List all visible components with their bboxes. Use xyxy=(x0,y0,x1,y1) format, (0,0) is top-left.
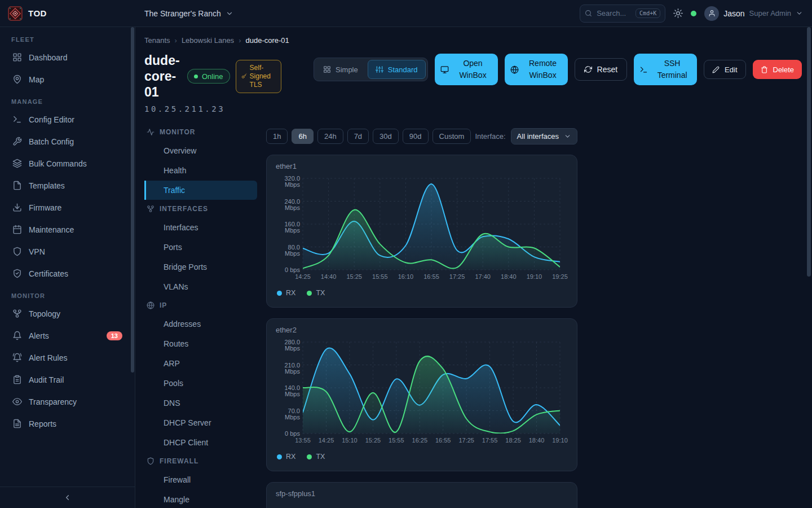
user-avatar-icon xyxy=(704,6,719,21)
view-mode-standard[interactable]: Standard xyxy=(368,60,426,79)
svg-text:15:25: 15:25 xyxy=(346,273,362,280)
legend-dot-icon xyxy=(277,291,282,296)
ssh-terminal-label: SSH Terminal xyxy=(653,58,691,81)
page-title: dude-core-01 xyxy=(144,52,182,100)
sidebar-item-firmware[interactable]: Firmware xyxy=(7,196,128,218)
edit-label: Edit xyxy=(725,65,737,74)
sidebar-item-bulk-commands[interactable]: Bulk Commands xyxy=(7,152,128,174)
reset-button[interactable]: Reset xyxy=(575,58,628,81)
device-header: dude-core-01 Online Self-Signed TLS Simp… xyxy=(144,52,798,100)
traffic-chart-ether1: 0 bps80.0Mbps160.0Mbps240.0Mbps320.0Mbps… xyxy=(276,172,569,284)
range-24h[interactable]: 24h xyxy=(317,129,343,144)
sidebar-item-certificates[interactable]: Certificates xyxy=(7,262,128,284)
device-nav-routes[interactable]: Routes xyxy=(144,334,257,353)
content-row: MONITOROverviewHealthTrafficINTERFACESIn… xyxy=(144,124,798,508)
open-winbox-button[interactable]: Open WinBox xyxy=(435,54,498,85)
search-input[interactable] xyxy=(597,9,631,17)
sidebar-item-templates[interactable]: Templates xyxy=(7,174,128,196)
svg-text:18:40: 18:40 xyxy=(501,273,517,280)
device-nav-dhcp-client[interactable]: DHCP Client xyxy=(144,433,257,452)
range-custom[interactable]: Custom xyxy=(433,129,471,144)
pencil-icon xyxy=(712,66,720,73)
svg-text:0 bps: 0 bps xyxy=(285,266,300,273)
device-nav-bridge-ports[interactable]: Bridge Ports xyxy=(144,257,257,277)
topbar-main: The Stranger's Ranch Cmd+K Jason Super A… xyxy=(135,0,812,27)
charts-column: 1h6h24h7d30d90dCustom Interface: All int… xyxy=(266,124,577,508)
app-root: TOD The Stranger's Ranch Cmd+K Jason Sup… xyxy=(0,0,812,508)
svg-text:17:40: 17:40 xyxy=(475,273,491,280)
breadcrumb-lebowski-lanes[interactable]: Lebowski Lanes xyxy=(182,36,234,45)
device-nav-firewall[interactable]: Firewall xyxy=(144,470,257,489)
breadcrumb-tenants[interactable]: Tenants xyxy=(144,36,170,45)
sidebar-item-config-editor[interactable]: Config Editor xyxy=(7,108,128,130)
sidebar-item-maintenance[interactable]: Maintenance xyxy=(7,218,128,240)
view-mode-toggle: Simple Standard xyxy=(314,58,428,81)
svg-text:17:25: 17:25 xyxy=(458,437,474,444)
sidebar-collapse-button[interactable] xyxy=(0,487,135,508)
chart-title: sfp-sfpplus1 xyxy=(276,489,568,498)
eye-icon xyxy=(12,397,22,406)
sidebar-item-audit-trail[interactable]: Audit Trail xyxy=(7,369,128,391)
sidebar-item-dashboard[interactable]: Dashboard xyxy=(7,46,128,68)
alerts-count-badge: 13 xyxy=(107,331,122,340)
device-nav-group-monitor: MONITOR xyxy=(144,124,257,141)
svg-text:Mbps: Mbps xyxy=(285,414,300,421)
device-nav-dhcp-server[interactable]: DHCP Server xyxy=(144,413,257,432)
remote-winbox-button[interactable]: Remote WinBox xyxy=(505,54,568,85)
sidebar-item-transparency[interactable]: Transparency xyxy=(7,391,128,413)
sidebar-item-vpn[interactable]: VPN xyxy=(7,240,128,262)
range-30d[interactable]: 30d xyxy=(373,129,399,144)
device-nav-group-interfaces: INTERFACES xyxy=(144,200,257,217)
device-nav-group-label: IP xyxy=(160,301,167,309)
topbar: TOD The Stranger's Ranch Cmd+K Jason Sup… xyxy=(0,0,812,27)
map-pin-icon xyxy=(12,75,22,84)
sidebar-item-reports[interactable]: Reports xyxy=(7,413,128,435)
main-scrollbar[interactable] xyxy=(807,27,811,277)
device-nav-traffic[interactable]: Traffic xyxy=(144,181,257,200)
sidebar-item-label: Batch Config xyxy=(29,137,74,146)
sidebar-item-alerts[interactable]: Alerts13 xyxy=(7,325,128,347)
interface-select[interactable]: All interfaces xyxy=(511,128,577,144)
svg-text:Mbps: Mbps xyxy=(285,204,300,211)
interface-label: Interface: xyxy=(475,132,505,141)
topology-icon xyxy=(147,205,155,213)
device-nav-ports[interactable]: Ports xyxy=(144,238,257,257)
device-nav-health[interactable]: Health xyxy=(144,161,257,180)
user-menu[interactable]: Jason Super Admin xyxy=(704,6,803,21)
sidebar-item-label: Alerts xyxy=(29,331,49,340)
range-1h[interactable]: 1h xyxy=(266,129,288,144)
device-nav-mangle[interactable]: Mangle xyxy=(144,490,257,508)
range-7d[interactable]: 7d xyxy=(347,129,369,144)
device-nav-pools[interactable]: Pools xyxy=(144,374,257,393)
tenant-name: The Stranger's Ranch xyxy=(144,9,221,18)
sidebar-item-alert-rules[interactable]: Alert Rules xyxy=(7,347,128,369)
device-nav-overview[interactable]: Overview xyxy=(144,141,257,160)
sidebar-item-batch-config[interactable]: Batch Config xyxy=(7,130,128,152)
device-title-group: dude-core-01 Online Self-Signed TLS xyxy=(144,52,314,100)
theme-toggle-sun-icon[interactable] xyxy=(673,8,683,18)
view-mode-simple[interactable]: Simple xyxy=(316,60,365,79)
layers-icon xyxy=(12,159,22,168)
device-nav-interfaces[interactable]: Interfaces xyxy=(144,218,257,237)
tenant-selector[interactable]: The Stranger's Ranch xyxy=(144,9,233,18)
chevron-down-icon xyxy=(796,10,803,17)
edit-button[interactable]: Edit xyxy=(704,60,745,79)
device-nav-vlans[interactable]: VLANs xyxy=(144,277,257,296)
sidebar-scrollbar[interactable] xyxy=(131,27,134,373)
legend-dot-icon xyxy=(307,454,312,459)
shield-icon xyxy=(12,247,22,256)
ssh-terminal-button[interactable]: SSH Terminal xyxy=(634,54,697,85)
range-90d[interactable]: 90d xyxy=(403,129,429,144)
chart-card-ether2: ether2 0 bps70.0Mbps140.0Mbps210.0Mbps28… xyxy=(266,318,577,471)
sidebar-item-map[interactable]: Map xyxy=(7,68,128,90)
device-nav-addresses[interactable]: Addresses xyxy=(144,314,257,334)
delete-button[interactable]: Delete xyxy=(753,60,802,79)
chart-legend: RXTX xyxy=(276,287,568,299)
sidebar-section-manage: MANAGE xyxy=(11,98,128,105)
device-nav-dns[interactable]: DNS xyxy=(144,393,257,413)
sidebar-item-label: Config Editor xyxy=(29,115,74,124)
search-box[interactable]: Cmd+K xyxy=(580,5,665,23)
range-6h[interactable]: 6h xyxy=(292,129,313,144)
device-nav-arp[interactable]: ARP xyxy=(144,354,257,373)
sidebar-item-topology[interactable]: Topology xyxy=(7,303,128,325)
